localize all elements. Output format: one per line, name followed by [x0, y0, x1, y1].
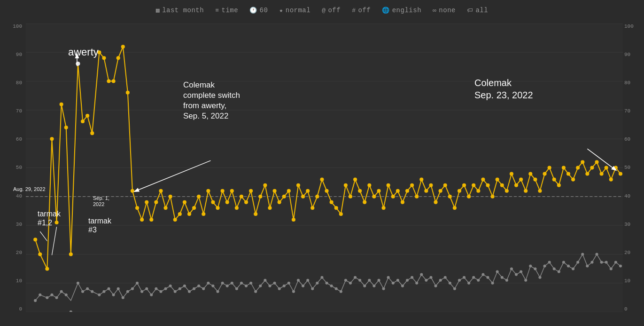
- svg-point-258: [619, 265, 622, 268]
- topbar-item-time[interactable]: ≡ time: [215, 7, 238, 14]
- svg-point-217: [425, 279, 427, 282]
- svg-point-100: [453, 206, 457, 210]
- svg-point-66: [292, 218, 295, 222]
- svg-point-99: [448, 195, 452, 199]
- svg-point-71: [315, 195, 319, 199]
- svg-point-95: [429, 183, 433, 187]
- svg-point-225: [463, 276, 466, 279]
- svg-point-37: [154, 200, 158, 204]
- svg-point-200: [344, 279, 347, 282]
- svg-point-128: [585, 172, 589, 176]
- svg-point-18: [60, 103, 63, 106]
- topbar-item-at[interactable]: @ off: [322, 7, 341, 14]
- svg-point-230: [486, 276, 489, 279]
- svg-point-83: [372, 195, 376, 199]
- svg-point-155: [131, 287, 134, 290]
- svg-point-26: [102, 56, 106, 60]
- svg-point-167: [188, 290, 191, 293]
- svg-point-57: [249, 189, 253, 193]
- svg-point-41: [173, 218, 177, 222]
- svg-point-48: [206, 189, 210, 193]
- svg-point-116: [528, 172, 532, 176]
- y-left-90: 90: [16, 52, 22, 57]
- svg-point-199: [340, 290, 342, 293]
- y-left-30: 30: [16, 222, 22, 227]
- svg-point-58: [254, 212, 257, 216]
- svg-point-76: [339, 212, 343, 216]
- svg-point-45: [192, 206, 196, 210]
- calendar-icon: ▦: [156, 7, 160, 14]
- svg-point-210: [392, 282, 395, 285]
- svg-point-16: [50, 137, 54, 141]
- svg-point-29: [116, 56, 120, 60]
- svg-point-46: [197, 195, 201, 199]
- topbar-item-normal[interactable]: ★ normal: [279, 7, 310, 14]
- svg-point-49: [211, 200, 215, 204]
- svg-point-87: [391, 195, 395, 199]
- svg-point-51: [221, 189, 225, 193]
- svg-point-44: [187, 212, 191, 216]
- topbar-label-off2: off: [358, 7, 371, 14]
- svg-point-146: [86, 287, 89, 290]
- svg-point-85: [382, 206, 386, 210]
- svg-point-214: [411, 276, 413, 279]
- svg-point-147: [91, 290, 93, 293]
- y-left-70: 70: [16, 108, 22, 114]
- svg-point-84: [377, 189, 380, 193]
- svg-point-81: [363, 200, 366, 204]
- topbar-item-all[interactable]: 🏷 all: [467, 7, 488, 14]
- svg-point-17: [55, 221, 59, 224]
- y-right-70: 70: [624, 108, 630, 114]
- hash-icon: #: [352, 7, 356, 14]
- topbar-item-english[interactable]: 🌐 english: [382, 7, 421, 14]
- svg-point-151: [112, 294, 115, 296]
- svg-point-207: [377, 279, 380, 282]
- svg-point-137: [39, 294, 41, 296]
- svg-point-202: [354, 276, 357, 279]
- svg-point-52: [225, 200, 229, 204]
- svg-point-189: [292, 290, 295, 293]
- svg-point-171: [207, 282, 209, 285]
- y-right-0: 0: [624, 306, 628, 312]
- svg-point-139: [50, 294, 53, 296]
- svg-point-142: [65, 294, 68, 296]
- svg-point-176: [231, 282, 233, 285]
- svg-point-242: [543, 265, 546, 268]
- svg-point-104: [472, 183, 475, 187]
- y-right-30: 30: [624, 222, 630, 227]
- svg-point-255: [605, 261, 608, 263]
- topbar-item-hash[interactable]: # off: [352, 7, 371, 14]
- topbar-item-lastmonth[interactable]: ▦ last month: [156, 7, 204, 14]
- svg-point-190: [297, 279, 300, 282]
- svg-point-73: [325, 189, 329, 193]
- svg-point-118: [538, 189, 542, 193]
- topbar-item-60[interactable]: 🕐 60: [249, 7, 268, 14]
- svg-point-180: [249, 282, 252, 285]
- svg-point-216: [420, 273, 423, 276]
- svg-point-74: [330, 200, 334, 204]
- svg-point-56: [244, 200, 248, 204]
- svg-point-19: [64, 126, 68, 129]
- topbar-label-60: 60: [260, 7, 268, 14]
- svg-point-163: [169, 285, 172, 287]
- svg-point-68: [301, 195, 305, 199]
- svg-point-234: [505, 279, 508, 282]
- svg-point-174: [221, 282, 224, 285]
- svg-point-122: [557, 183, 561, 187]
- svg-point-246: [562, 261, 565, 263]
- svg-point-182: [259, 285, 262, 287]
- svg-point-42: [178, 212, 182, 216]
- svg-point-233: [501, 276, 504, 279]
- svg-point-191: [302, 285, 304, 287]
- svg-point-14: [38, 252, 42, 256]
- svg-point-208: [382, 287, 385, 290]
- y-left-80: 80: [16, 80, 22, 86]
- svg-point-229: [481, 273, 484, 276]
- topbar-item-none[interactable]: ∞ none: [433, 7, 456, 14]
- svg-point-78: [349, 195, 352, 199]
- y-right-50: 50: [624, 165, 630, 170]
- svg-point-173: [217, 290, 219, 293]
- svg-point-126: [576, 166, 580, 169]
- svg-point-218: [429, 276, 432, 279]
- topbar-label-normal: normal: [286, 7, 310, 14]
